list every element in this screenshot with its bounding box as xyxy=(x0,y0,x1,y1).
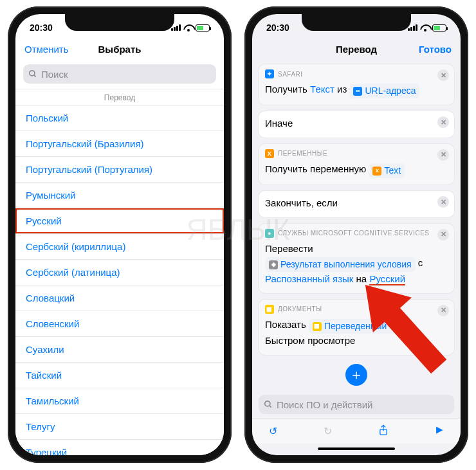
param-url[interactable]: ∞URL-адреса xyxy=(349,84,419,98)
param-source-lang[interactable]: Распознанный язык xyxy=(265,273,353,284)
language-row[interactable]: Суахили xyxy=(15,337,224,363)
share-button[interactable] xyxy=(378,424,389,438)
condition-icon: ◆ xyxy=(269,260,278,269)
variables-icon: x xyxy=(265,149,274,158)
wifi-icon xyxy=(183,24,193,32)
notch xyxy=(302,14,411,31)
actions-search-input[interactable]: Поиск ПО и действий xyxy=(259,395,454,414)
label: на xyxy=(356,273,367,284)
search-placeholder: Поиск ПО и действий xyxy=(277,399,372,410)
language-row[interactable]: Румынский xyxy=(15,183,224,208)
done-button[interactable]: Готово xyxy=(419,44,452,55)
close-icon[interactable]: ✕ xyxy=(437,69,449,81)
card-header: СЛУЖБЫ MICROSOFT COGNITIVE SERVICES xyxy=(278,230,430,237)
card-header: ПЕРЕМЕННЫЕ xyxy=(278,150,327,157)
close-icon[interactable]: ✕ xyxy=(437,149,449,161)
close-icon[interactable]: ✕ xyxy=(437,196,449,208)
search-icon xyxy=(28,69,37,78)
home-indicator xyxy=(318,447,395,450)
action-variables[interactable]: ✕ xПЕРЕМЕННЫЕ Получить переменную xText xyxy=(259,144,454,185)
phone-right: 20:30 Перевод Готово ✕ ✦SAFARI Получить xyxy=(244,6,468,463)
undo-button[interactable]: ↺ xyxy=(269,425,277,437)
close-icon[interactable]: ✕ xyxy=(437,229,449,240)
navbar: Перевод Готово xyxy=(252,37,461,60)
language-row[interactable]: Польский xyxy=(15,105,224,131)
card-header: ДОКУМЕНТЫ xyxy=(278,305,322,312)
label: Закончить, если xyxy=(265,196,448,211)
redo-button[interactable]: ↻ xyxy=(324,425,332,437)
safari-icon: ✦ xyxy=(265,69,274,78)
language-row[interactable]: Тайский xyxy=(15,363,224,388)
param-variable[interactable]: xText xyxy=(369,163,405,178)
language-row[interactable]: Словацкий xyxy=(15,285,224,311)
doc-icon: ▦ xyxy=(313,322,322,331)
battery-icon xyxy=(432,24,446,32)
section-header: Перевод xyxy=(15,89,224,105)
action-endif[interactable]: ✕ Закончить, если xyxy=(259,191,454,217)
cancel-button[interactable]: Отменить xyxy=(24,44,69,55)
status-time: 20:30 xyxy=(30,23,53,33)
cognitive-icon: ● xyxy=(265,229,274,238)
search-placeholder: Поиск xyxy=(41,69,68,80)
label: Иначе xyxy=(265,116,448,131)
language-row[interactable]: Словенский xyxy=(15,311,224,337)
status-time: 20:30 xyxy=(266,23,289,33)
phone-left: 20:30 Отменить Выбрать Поиск Перевод Пол… xyxy=(8,6,232,463)
label: из xyxy=(337,84,347,95)
x-icon: x xyxy=(372,167,381,176)
svg-line-1 xyxy=(34,75,36,77)
notch xyxy=(65,14,174,31)
search-input[interactable]: Поиск xyxy=(23,64,216,84)
label: Перевести xyxy=(265,242,448,257)
svg-line-3 xyxy=(270,406,271,408)
card-header: SAFARI xyxy=(278,71,303,78)
language-row[interactable]: Сербский (латиница) xyxy=(15,260,224,285)
param-text[interactable]: Текст xyxy=(310,84,334,95)
language-row[interactable]: Сербский (кириллица) xyxy=(15,234,224,260)
action-safari[interactable]: ✕ ✦SAFARI Получить Текст из ∞URL-адреса xyxy=(259,64,454,105)
action-else[interactable]: ✕ Иначе xyxy=(259,111,454,138)
navbar-title: Выбрать xyxy=(98,44,142,55)
language-row[interactable]: Тамильский xyxy=(15,388,224,414)
battery-icon xyxy=(196,24,210,32)
svg-marker-5 xyxy=(436,426,443,433)
language-row[interactable]: Португальский (Португалия) xyxy=(15,157,224,183)
label: Получить xyxy=(265,84,307,95)
documents-icon: ▦ xyxy=(265,305,274,314)
navbar-title: Перевод xyxy=(336,44,377,55)
svg-point-2 xyxy=(265,401,270,406)
link-icon: ∞ xyxy=(353,87,362,96)
language-row[interactable]: Турецкий xyxy=(15,440,224,455)
label: Показать xyxy=(265,319,306,330)
bottom-toolbar: ↺ ↻ xyxy=(252,418,461,444)
wifi-icon xyxy=(420,24,430,32)
navbar: Отменить Выбрать xyxy=(15,37,224,60)
svg-point-0 xyxy=(30,71,35,76)
language-list: ПольскийПортугальский (Бразилия)Португал… xyxy=(15,105,224,455)
play-button[interactable] xyxy=(435,426,444,437)
language-row[interactable]: Португальский (Бразилия) xyxy=(15,131,224,157)
label: Получить переменную xyxy=(265,163,366,174)
search-icon xyxy=(264,400,273,409)
language-row[interactable]: Русский xyxy=(15,208,224,234)
language-row[interactable]: Телугу xyxy=(15,414,224,440)
